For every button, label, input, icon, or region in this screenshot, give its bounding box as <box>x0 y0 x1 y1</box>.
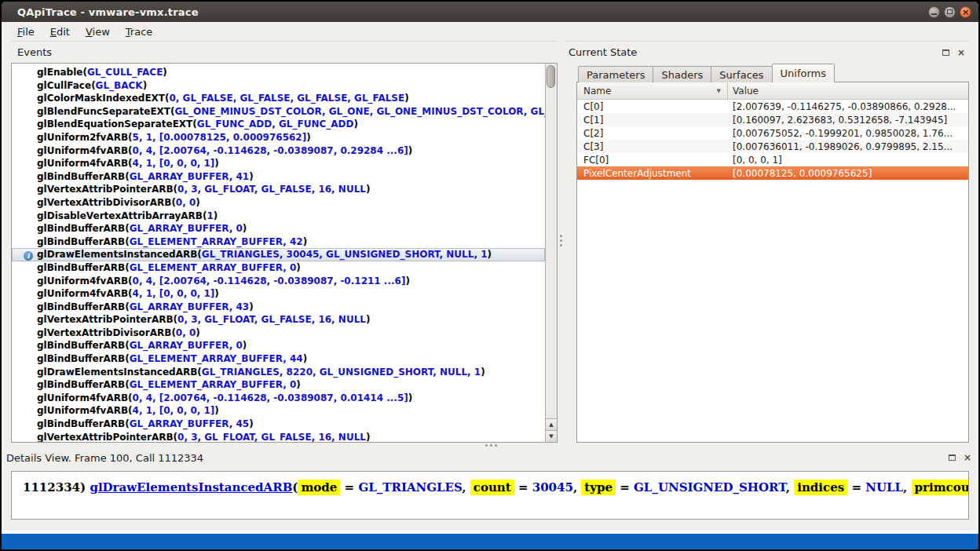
details-close-button[interactable]: × <box>961 452 974 464</box>
uniform-name: C[3] <box>577 141 728 152</box>
minimize-button[interactable] <box>928 6 940 18</box>
event-row[interactable]: glEnable(GL_CULL_FACE) <box>12 66 545 79</box>
tab-parameters[interactable]: Parameters <box>578 66 653 82</box>
event-row[interactable]: glVertexAttribPointerARB(0, 3, GL_FLOAT,… <box>12 313 545 327</box>
uniform-row[interactable]: C[1][0.160097, 2.623683, 0.5312658, -7.1… <box>577 113 968 126</box>
uniform-value: [0.160097, 2.623683, 0.5312658, -7.14394… <box>728 115 968 126</box>
event-row[interactable]: glUniform4fvARB(0, 4, [2.00764, -0.11462… <box>12 392 545 405</box>
menu-item-trace[interactable]: Trace <box>118 24 161 40</box>
event-row[interactable]: glBindBufferARB(GL_ELEMENT_ARRAY_BUFFER,… <box>12 261 545 275</box>
event-row[interactable]: glBindBufferARB(GL_ARRAY_BUFFER, 0) <box>12 339 545 352</box>
title-bar[interactable]: QApiTrace - vmware-vmx.trace × <box>2 2 978 22</box>
details-content: 1112334) glDrawElementsInstancedARB(mode… <box>11 471 969 520</box>
scroll-up-button[interactable]: ▲ <box>546 418 557 430</box>
uniform-name: PixelCenterAdjustment <box>577 168 728 179</box>
uniform-row[interactable]: C[0][2.007639, -0.1146275, -0.03890866, … <box>577 100 968 113</box>
event-row[interactable]: glUniform4fvARB(4, 1, [0, 0, 0, 1]) <box>12 287 545 301</box>
uniform-name: C[2] <box>577 128 728 139</box>
column-header-value[interactable]: Value <box>728 82 968 99</box>
event-row[interactable]: glVertexAttribPointerARB(0, 3, GL_FLOAT,… <box>12 183 545 196</box>
event-args: GL_ARRAY_BUFFER, 0 <box>130 340 243 351</box>
event-function: glColorMaskIndexedEXT <box>37 93 165 104</box>
event-args: GL_ARRAY_BUFFER, 41 <box>130 171 249 182</box>
event-row[interactable]: glVertexAttribDivisorARB(0, 0) <box>12 327 545 340</box>
event-row[interactable]: glVertexAttribPointerARB(0, 3, GL_FLOAT,… <box>12 431 545 442</box>
event-row[interactable]: glColorMaskIndexedEXT(0, GL_FALSE, GL_FA… <box>12 92 545 105</box>
events-scrollbar[interactable]: ▲ ▼ <box>545 64 557 442</box>
event-row[interactable]: glBindBufferARB(GL_ARRAY_BUFFER, 41) <box>12 170 545 184</box>
splitter-dot <box>560 244 562 246</box>
uniform-value: [2.007639, -0.1146275, -0.03890866, 0.29… <box>728 101 968 112</box>
event-function: glUniform4fvARB <box>37 405 128 416</box>
event-args: GL_ONE_MINUS_DST_COLOR, GL_ONE, GL_ONE_M… <box>175 106 545 117</box>
event-args: GL_TRIANGLES, 30045, GL_UNSIGNED_SHORT, … <box>202 249 488 260</box>
uniform-value: [0.007636011, -0.1989026, 0.9799895, 2.1… <box>728 141 968 152</box>
event-args: GL_ARRAY_BUFFER, 45 <box>130 418 249 429</box>
event-row[interactable]: glBlendFuncSeparateEXT(GL_ONE_MINUS_DST_… <box>12 105 545 119</box>
event-function: glUniform4fvARB <box>37 276 128 286</box>
event-row[interactable]: glBindBufferARB(GL_ARRAY_BUFFER, 0) <box>12 222 545 235</box>
event-row[interactable]: glUniform2fvARB(5, 1, [0.00078125, 0.000… <box>12 131 545 144</box>
event-args: GL_FUNC_ADD, GL_FUNC_ADD <box>197 119 354 130</box>
events-dock-title: Events <box>11 41 558 63</box>
event-function: glBindBufferARB <box>37 236 125 247</box>
event-args: 1 <box>207 210 213 221</box>
details-float-button[interactable] <box>945 452 958 464</box>
event-row[interactable]: glDrawElementsInstancedARB(GL_TRIANGLES,… <box>12 366 545 379</box>
param-name: indices <box>794 480 847 495</box>
tab-uniforms[interactable]: Uniforms <box>772 64 835 82</box>
column-header-name[interactable]: Name ▼ <box>577 82 728 99</box>
menu-item-edit[interactable]: Edit <box>42 24 78 40</box>
event-args: 0, 3, GL_FLOAT, GL_FALSE, 16, NULL <box>177 184 366 195</box>
event-function: glUniform4fvARB <box>37 392 128 403</box>
menu-item-view[interactable]: View <box>78 24 118 40</box>
scroll-down-button[interactable]: ▼ <box>546 430 557 442</box>
screen: QApiTrace - vmware-vmx.trace × FileEditV… <box>0 0 980 551</box>
event-function: glUniform4fvARB <box>37 288 128 299</box>
tab-surfaces[interactable]: Surfaces <box>711 66 772 82</box>
uniform-row[interactable]: C[2][0.007675052, -0.1999201, 0.9850028,… <box>577 126 968 140</box>
event-row[interactable]: glDisableVertexAttribArrayARB(1) <box>12 210 545 223</box>
event-function: glBindBufferARB <box>37 353 125 364</box>
event-row[interactable]: glUniform4fvARB(4, 1, [0, 0, 0, 1]) <box>12 404 545 418</box>
maximize-button[interactable] <box>944 6 956 18</box>
event-args: 0, 4, [2.00764, -0.114628, -0.0389087, -… <box>133 276 406 286</box>
event-function: glBindBufferARB <box>37 340 125 351</box>
event-row[interactable]: glBindBufferARB(GL_ELEMENT_ARRAY_BUFFER,… <box>12 235 545 249</box>
window-close-icon: × <box>962 8 969 16</box>
event-args: GL_ARRAY_BUFFER, 0 <box>130 223 243 234</box>
float-panel-button[interactable] <box>939 46 952 58</box>
event-row[interactable]: glBindBufferARB(GL_ARRAY_BUFFER, 45) <box>12 418 545 431</box>
uniform-row[interactable]: PixelCenterAdjustment[0.00078125, 0.0009… <box>577 166 968 180</box>
event-row[interactable]: glCullFace(GL_BACK) <box>12 79 545 93</box>
app-window: QApiTrace - vmware-vmx.trace × FileEditV… <box>2 2 978 531</box>
event-row[interactable]: iglDrawElementsInstancedARB(GL_TRIANGLES… <box>12 248 545 261</box>
event-row[interactable]: glUniform4fvARB(0, 4, [2.00764, -0.11462… <box>12 144 545 158</box>
event-args: GL_ARRAY_BUFFER, 43 <box>130 301 249 312</box>
event-args: GL_ELEMENT_ARRAY_BUFFER, 0 <box>130 379 297 390</box>
window-close-button[interactable]: × <box>960 6 971 18</box>
call-function-link[interactable]: glDrawElementsInstancedARB <box>90 480 292 494</box>
event-row[interactable]: glUniform4fvARB(4, 1, [0, 0, 0, 1]) <box>12 157 545 170</box>
scrollbar-thumb[interactable] <box>547 65 555 88</box>
event-row[interactable]: glBindBufferARB(GL_ELEMENT_ARRAY_BUFFER,… <box>12 378 545 392</box>
uniform-row[interactable]: FC[0][0, 0, 0, 1] <box>577 153 968 166</box>
close-panel-button[interactable]: × <box>955 46 967 58</box>
uniform-value: [0.007675052, -0.1999201, 0.9850028, 1.7… <box>728 128 968 139</box>
tab-shaders[interactable]: Shaders <box>653 66 711 82</box>
scroll-down-icon: ▼ <box>549 433 553 440</box>
event-row[interactable]: glVertexAttribDivisorARB(0, 0) <box>12 196 545 210</box>
menu-item-file[interactable]: File <box>9 24 42 40</box>
uniform-row[interactable]: C[3][0.007636011, -0.1989026, 0.9799895,… <box>577 140 968 153</box>
event-row[interactable]: glUniform4fvARB(0, 4, [2.00764, -0.11462… <box>12 275 545 288</box>
splitter-dot <box>490 444 492 447</box>
event-row[interactable]: glBlendEquationSeparateEXT(GL_FUNC_ADD, … <box>12 118 545 131</box>
event-args: 0, 0 <box>176 327 196 338</box>
vertical-splitter[interactable] <box>558 41 565 443</box>
events-dock: Events glEnable(GL_CULL_FACE)glCullFace(… <box>11 41 558 443</box>
event-function: glUniform4fvARB <box>37 145 128 156</box>
event-row[interactable]: glBindBufferARB(GL_ELEMENT_ARRAY_BUFFER,… <box>12 352 545 366</box>
event-row[interactable]: glBindBufferARB(GL_ARRAY_BUFFER, 43) <box>12 301 545 314</box>
minimize-icon <box>931 13 937 15</box>
horizontal-splitter[interactable] <box>2 443 978 447</box>
